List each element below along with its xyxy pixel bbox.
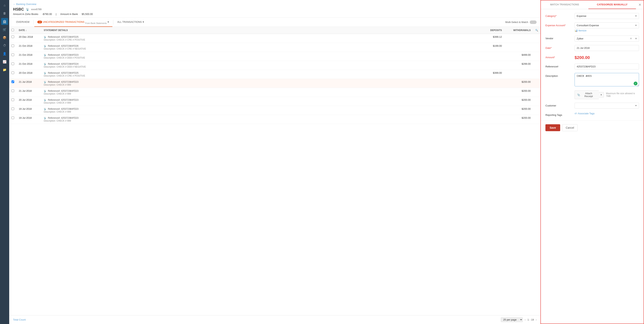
sidebar-item-box[interactable]: 📦 xyxy=(1,34,8,41)
reference-row: Reference# xyxy=(546,64,639,69)
table-row: 19 Jul 2018 📡 Reference#: 42537238AFD23 … xyxy=(9,106,540,115)
per-page-select[interactable]: 25 per page 50 per page 100 per page xyxy=(501,317,523,322)
vendor-input-group: ✕ ▼ xyxy=(574,35,639,41)
back-link[interactable]: ← Banking Overview xyxy=(13,3,536,5)
total-count-link[interactable]: Total Count xyxy=(13,318,26,321)
row-statement: 📡 Reference#: 42537238AFD23 Description:… xyxy=(42,52,476,61)
row-withdrawal xyxy=(504,70,533,79)
row-checkbox-cell xyxy=(9,79,16,88)
row-desc: Description: CHECK # 999 xyxy=(44,83,71,86)
row-checkbox[interactable] xyxy=(12,107,14,110)
description-label: Description xyxy=(546,73,572,77)
amount-value: $200.00 xyxy=(574,54,639,60)
multi-select-toggle[interactable] xyxy=(530,20,536,24)
vendor-input[interactable] xyxy=(574,36,629,41)
row-withdrawal: $200.00 xyxy=(504,106,533,115)
row-checkbox[interactable] xyxy=(12,89,14,92)
row-checkbox-cell xyxy=(9,88,16,97)
row-ref: Reference#: 42537238AFD23 xyxy=(48,54,78,56)
category-label: Category* xyxy=(546,13,572,17)
feed-small-icon: 📡 xyxy=(44,108,46,110)
row-checkbox-cell xyxy=(9,52,16,61)
row-checkbox[interactable] xyxy=(12,80,14,83)
row-checkbox[interactable] xyxy=(12,116,14,119)
sidebar-item-folder[interactable]: 📁 xyxy=(1,66,8,73)
row-deposit xyxy=(476,106,504,115)
tab-categorize-manually[interactable]: CATEGORIZE MANUALLY xyxy=(588,0,636,9)
table-row: 21 Jul 2018 📡 Reference#: 42537238AFD23 … xyxy=(9,88,540,97)
row-deposit xyxy=(476,61,504,70)
panel-tabs: MATCH TRANSACTIONS CATEGORIZE MANUALLY ✕ xyxy=(541,0,644,9)
uncategorized-dropdown-icon[interactable]: ▼ xyxy=(107,21,110,23)
associate-tags-link[interactable]: 🏷 Associate Tags xyxy=(574,112,639,115)
feed-icon: 📡 xyxy=(26,8,29,11)
row-ref: Reference#: 42537238AFD23 xyxy=(48,81,78,83)
row-date: 21 Jul 2018 xyxy=(16,79,42,88)
itemize-link[interactable]: 📊 Itemize xyxy=(574,29,639,32)
row-checkbox[interactable] xyxy=(12,53,14,56)
table-row: 21 Jul 2018 📡 Reference#: 42537238AFD23 … xyxy=(9,79,540,88)
tab-uncategorized[interactable]: 19 UNCATEGORIZED TRANSACTIONS From Bank … xyxy=(34,18,112,27)
panel-close-button[interactable]: ✕ xyxy=(636,0,644,9)
table-footer: Total Count 25 per page 50 per page 100 … xyxy=(9,315,540,324)
sidebar-item-bank[interactable]: 🏦 xyxy=(1,18,8,25)
next-page-btn[interactable]: › xyxy=(536,318,536,321)
row-checkbox[interactable] xyxy=(12,35,14,38)
row-ref: Reference#: 42537238AFD23 xyxy=(48,90,78,92)
prev-page-btn[interactable]: ‹ xyxy=(525,318,526,321)
customer-select[interactable] xyxy=(574,103,639,109)
description-row: Description CHECK #455 ✓ xyxy=(546,73,639,87)
feed-small-icon: 📡 xyxy=(44,117,46,119)
reference-input[interactable] xyxy=(574,64,639,69)
sidebar-item-person[interactable]: 👤 xyxy=(1,50,8,57)
row-action xyxy=(533,70,540,79)
select-all-checkbox[interactable] xyxy=(12,29,14,31)
all-dropdown-icon[interactable]: ▼ xyxy=(142,21,144,23)
attach-receipt-button[interactable]: 📎 Attach Receipt xyxy=(574,90,599,99)
category-select[interactable]: Expense xyxy=(574,13,639,19)
bank-title: HSBC 📡 xxxx6789 xyxy=(13,7,536,11)
sidebar-item-clock[interactable]: ⏱ xyxy=(1,42,8,49)
row-checkbox[interactable] xyxy=(12,44,14,47)
customer-control xyxy=(574,103,639,109)
sidebar-item-trash[interactable]: 🗑 xyxy=(1,10,8,17)
row-ref: Reference#: 42537238AFD23 xyxy=(48,117,78,119)
attach-control: 📎 Attach Receipt ▼ Maximum file size all… xyxy=(574,90,639,99)
row-checkbox[interactable] xyxy=(12,98,14,101)
category-control: Expense xyxy=(574,13,639,19)
itemize-icon: 📊 xyxy=(574,29,578,32)
tab-all[interactable]: ALL TRANSACTIONS ▼ xyxy=(114,18,148,27)
table-row: 21 Oct 2018 📡 Reference#: 42537238AFD24 … xyxy=(9,61,540,70)
table-row: 20 Oct 2018 📡 Reference#: 42537238AFD25 … xyxy=(9,70,540,79)
categorize-panel: MATCH TRANSACTIONS CATEGORIZE MANUALLY ✕… xyxy=(540,0,644,324)
expense-account-select[interactable]: Consultant Expense xyxy=(574,22,639,28)
description-textarea[interactable]: CHECK #455 xyxy=(574,73,639,86)
row-desc: Description: CHECK # DEB # POSITIVE xyxy=(44,56,85,59)
row-withdrawal xyxy=(504,34,533,43)
amount-label: Amount* xyxy=(546,54,572,59)
row-date: 19 Jul 2018 xyxy=(16,115,42,124)
row-statement: 📡 Reference#: 42537238AFD26 Description:… xyxy=(42,43,476,52)
statement-header: STATEMENT DETAILS xyxy=(42,27,476,34)
save-button[interactable]: Save xyxy=(546,124,560,131)
row-checkbox[interactable] xyxy=(12,71,14,74)
row-deposit xyxy=(476,97,504,106)
cancel-button[interactable]: Cancel xyxy=(562,124,578,131)
tab-match-transactions[interactable]: MATCH TRANSACTIONS xyxy=(541,0,588,9)
vendor-dropdown-button[interactable]: ▼ xyxy=(633,36,639,41)
sidebar-item-home[interactable]: ⌂ xyxy=(1,2,8,9)
row-ref: Reference#: 42537238AFD25 xyxy=(48,36,78,38)
search-header[interactable]: 🔍 xyxy=(533,27,540,34)
date-header[interactable]: DATE ↓ xyxy=(16,27,42,34)
sidebar-item-chart[interactable]: 📈 xyxy=(1,58,8,65)
reporting-tags-row: Reporting Tags 🏷 Associate Tags xyxy=(546,112,639,116)
tab-overview[interactable]: OVERVIEW xyxy=(13,18,32,27)
row-checkbox[interactable] xyxy=(12,62,14,65)
date-input[interactable] xyxy=(574,45,639,51)
row-statement: 📡 Reference#: 42537238AFD23 Description:… xyxy=(42,88,476,97)
vendor-clear-button[interactable]: ✕ xyxy=(629,35,633,41)
sidebar-item-cart[interactable]: 🛒 xyxy=(1,26,8,33)
row-action xyxy=(533,97,540,106)
row-checkbox-cell xyxy=(9,97,16,106)
attach-dropdown-button[interactable]: ▼ xyxy=(599,92,604,97)
